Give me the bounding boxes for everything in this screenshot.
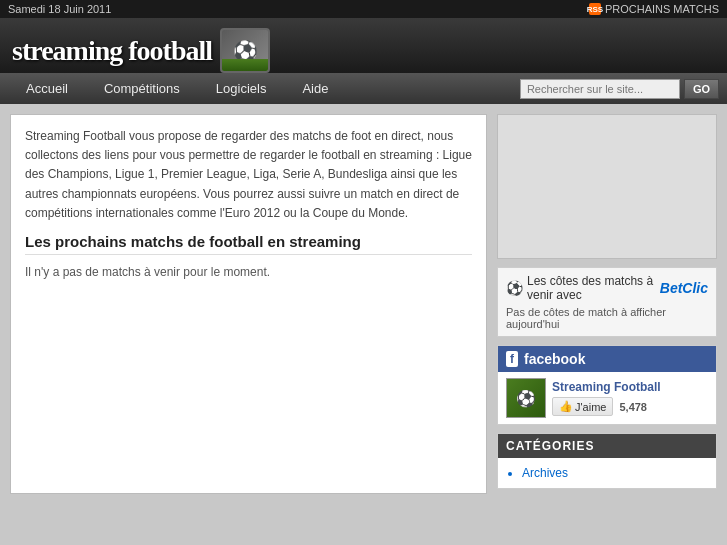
categories-content: Archives [498, 458, 716, 488]
categories-box: CATÉGORIES Archives [497, 433, 717, 489]
no-matches-text: Il n'y a pas de matchs à venir pour le m… [25, 263, 472, 282]
fb-count: 5,478 [619, 401, 647, 413]
categories-list: Archives [506, 464, 708, 482]
thumb-icon: 👍 [559, 400, 573, 413]
fb-page-name[interactable]: Streaming Football [552, 380, 661, 394]
main-content: Streaming Football vous propose de regar… [10, 114, 487, 494]
facebook-box: f facebook ⚽ Streaming Football 👍 J'aime… [497, 345, 717, 425]
ad-box [497, 114, 717, 259]
betclic-header-text: Les côtes des matchs à venir avec [527, 274, 656, 302]
fb-like-button[interactable]: 👍 J'aime [552, 397, 613, 416]
date-label: Samedi 18 Juin 2011 [8, 3, 111, 15]
navigation: Accueil Compétitions Logiciels Aide GO [0, 73, 727, 104]
betclic-box: ⚽ Les côtes des matchs à venir avec BetC… [497, 267, 717, 337]
categories-header: CATÉGORIES [498, 434, 716, 458]
section-title: Les prochains matchs de football en stre… [25, 233, 472, 255]
rss-area[interactable]: RSS PROCHAINS MATCHS [589, 3, 719, 15]
site-header: streaming football [0, 18, 727, 73]
fb-thumbnail: ⚽ [506, 378, 546, 418]
betclic-info: Pas de côtes de match à afficher aujourd… [506, 306, 708, 330]
fb-like-row: 👍 J'aime 5,478 [552, 397, 661, 416]
facebook-header: f facebook [498, 346, 716, 372]
logo-icon [220, 28, 270, 73]
betclic-header: ⚽ Les côtes des matchs à venir avec BetC… [506, 274, 708, 302]
nav-competitions[interactable]: Compétitions [86, 73, 198, 104]
logo-text: streaming football [12, 35, 212, 67]
nav-aide[interactable]: Aide [284, 73, 346, 104]
nav-logiciels[interactable]: Logiciels [198, 73, 285, 104]
sidebar: ⚽ Les côtes des matchs à venir avec BetC… [497, 114, 717, 494]
facebook-label: facebook [524, 351, 585, 367]
search-button[interactable]: GO [684, 79, 719, 99]
betclic-brand[interactable]: BetClic [660, 280, 708, 296]
category-archives[interactable]: Archives [522, 464, 708, 482]
like-label: J'aime [575, 401, 606, 413]
fb-info: Streaming Football 👍 J'aime 5,478 [552, 380, 661, 416]
logo-area: streaming football [12, 28, 270, 73]
facebook-content: ⚽ Streaming Football 👍 J'aime 5,478 [498, 372, 716, 424]
search-area: GO [520, 75, 719, 103]
nav-accueil[interactable]: Accueil [8, 73, 86, 104]
fb-logo: f [506, 351, 518, 367]
rss-icon: RSS [589, 3, 601, 15]
ball-icon: ⚽ [506, 280, 523, 296]
rss-label: PROCHAINS MATCHS [605, 3, 719, 15]
grass-decoration [222, 59, 268, 71]
top-bar: Samedi 18 Juin 2011 RSS PROCHAINS MATCHS [0, 0, 727, 18]
main-layout: Streaming Football vous propose de regar… [0, 104, 727, 504]
intro-paragraph: Streaming Football vous propose de regar… [25, 127, 472, 223]
search-input[interactable] [520, 79, 680, 99]
